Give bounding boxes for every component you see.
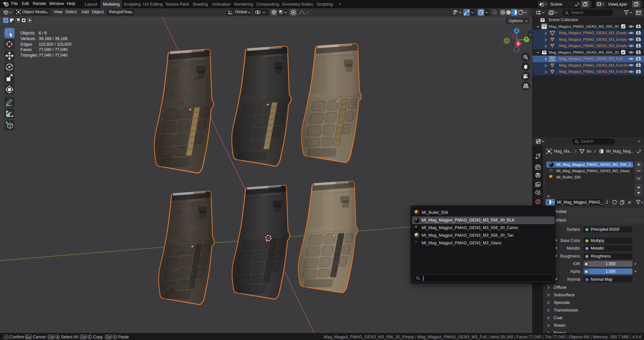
svg-text:X: X: [517, 42, 520, 46]
svg-text:Y: Y: [526, 37, 528, 41]
svg-text:Z: Z: [516, 29, 518, 32]
